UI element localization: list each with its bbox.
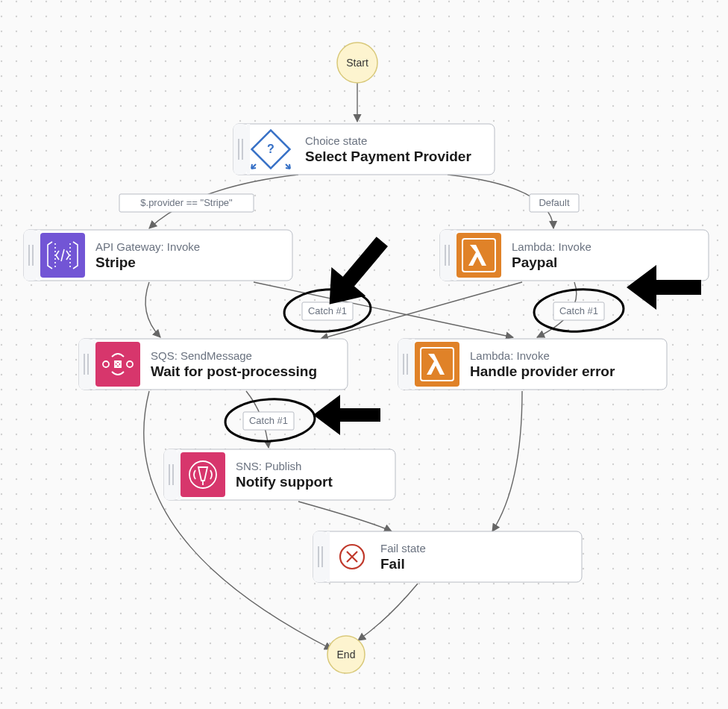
end-node[interactable]: End — [327, 636, 365, 673]
paypal-subtitle: Lambda: Invoke — [512, 240, 592, 253]
stripe-subtitle: API Gateway: Invoke — [95, 240, 200, 253]
svg-text:$.provider == "Stripe": $.provider == "Stripe" — [140, 197, 233, 208]
fail-node[interactable]: Fail state Fail — [313, 531, 582, 582]
svg-text:Start: Start — [346, 57, 368, 69]
paypal-node[interactable]: Lambda: Invoke Paypal — [440, 230, 709, 281]
sns-subtitle: SNS: Publish — [236, 460, 301, 472]
edge-label-catch-paypal: Catch #1 — [553, 302, 604, 320]
edge-label-catch-stripe: Catch #1 — [302, 302, 353, 320]
fail-title: Fail — [380, 556, 405, 572]
choice-subtitle: Choice state — [305, 134, 367, 147]
handler-subtitle: Lambda: Invoke — [470, 349, 550, 362]
start-node[interactable]: Start — [337, 43, 377, 83]
svg-text:Catch #1: Catch #1 — [249, 415, 288, 426]
fail-subtitle: Fail state — [380, 542, 426, 555]
svg-rect-36 — [181, 452, 225, 497]
svg-rect-39 — [313, 531, 582, 582]
choice-title: Select Payment Provider — [305, 149, 471, 164]
edge-label-catch-sqs: Catch #1 — [243, 412, 294, 430]
svg-text:Catch #1: Catch #1 — [559, 305, 598, 316]
stripe-title: Stripe — [95, 254, 136, 270]
svg-text:End: End — [337, 649, 356, 660]
sns-title: Notify support — [236, 474, 333, 490]
sqs-subtitle: SQS: SendMessage — [151, 349, 252, 362]
svg-text:?: ? — [267, 143, 274, 155]
choice-node[interactable]: ? Choice state Select Payment Provider — [233, 124, 495, 175]
edge-label-stripe-cond: $.provider == "Stripe" — [119, 194, 254, 212]
svg-text:Catch #1: Catch #1 — [308, 305, 347, 316]
workflow-diagram: $.provider == "Stripe" Default Catch #1 … — [0, 0, 728, 709]
sqs-node[interactable]: SQS: SendMessage Wait for post-processin… — [79, 339, 348, 390]
paypal-title: Paypal — [512, 254, 557, 270]
handler-title: Handle provider error — [470, 363, 615, 379]
handler-node[interactable]: Lambda: Invoke Handle provider error — [398, 339, 667, 390]
edge-label-default: Default — [530, 194, 579, 212]
sns-node[interactable]: SNS: Publish Notify support — [164, 449, 395, 500]
sqs-title: Wait for post-processing — [151, 363, 317, 379]
svg-text:Default: Default — [539, 197, 570, 208]
stripe-node[interactable]: API Gateway: Invoke Stripe — [24, 230, 292, 281]
